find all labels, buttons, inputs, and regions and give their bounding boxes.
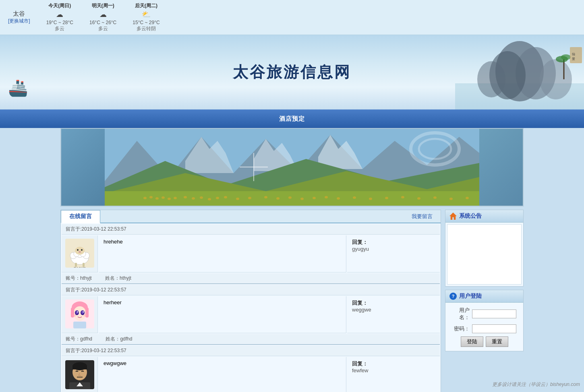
content-area: 在线留言 我要留言 留言于:2019-03-12 22:53:57 群众者们咯 [60, 210, 524, 392]
svg-point-30 [216, 197, 219, 199]
tab-bar: 在线留言 我要留言 [61, 210, 441, 223]
weather-city: 太谷 [更换城市] [8, 10, 30, 25]
main-nav: 首页旅游景点旅游新闻旅游心得酒店预定精选线路在线留言用户注册后台管理 [0, 109, 584, 128]
watermark: 更多设计请关注（毕设云）bisheyun.com [492, 381, 580, 388]
svg-point-43 [385, 197, 388, 199]
svg-point-60 [75, 247, 85, 255]
header-right-decoration: 仙 景 [455, 35, 584, 109]
boat-decoration: 🚢 [8, 78, 28, 97]
password-input[interactable] [472, 324, 516, 333]
message-body-row: 群众者们咯 hrehehe 回复： gyugyu [62, 235, 440, 272]
svg-point-34 [264, 196, 267, 198]
svg-point-26 [184, 196, 187, 198]
weather-bar: 太谷 [更换城市] 今天(周日) ☁ 19°C ~ 28°C 多云 明天(周一)… [0, 0, 584, 35]
svg-point-79 [83, 314, 87, 317]
message-body-row: ewgwgwe 回复： fewfew [62, 357, 440, 392]
message-text: ewgwgwe [99, 357, 346, 392]
svg-point-48 [466, 197, 469, 199]
tab-right-link[interactable]: 我要留言 [404, 210, 441, 223]
svg-text:仙: 仙 [572, 52, 575, 56]
message-list: 留言于:2019-03-12 22:53:57 群众者们咯 hrehehe 回复… [61, 223, 441, 392]
svg-point-25 [174, 197, 177, 199]
main-panel: 在线留言 我要留言 留言于:2019-03-12 22:53:57 群众者们咯 [60, 210, 441, 392]
svg-point-78 [72, 314, 76, 317]
svg-point-63 [79, 251, 81, 253]
login-buttons: 登陆 重置 [449, 336, 519, 347]
svg-point-33 [248, 197, 251, 199]
svg-point-45 [417, 197, 420, 200]
home-icon [449, 213, 457, 220]
svg-point-5 [477, 61, 505, 97]
svg-point-44 [401, 196, 404, 198]
svg-point-77 [83, 312, 84, 313]
nav-item[interactable]: 酒店预定 [270, 109, 314, 128]
svg-point-39 [325, 196, 328, 198]
login-form: 用户名： 密码： 登陆 重置 [445, 303, 523, 351]
right-sidebar: 系统公告 ? 用户登陆 用户名： 密码： [445, 210, 524, 392]
weather-day-item: 明天(周一) ☁ 16°C ~ 26°C 多云 [89, 2, 116, 32]
login-title: 用户登陆 [459, 293, 482, 300]
username-label: 用户名： [449, 307, 470, 321]
message-reply: 回复： weggwe [347, 296, 440, 333]
username-row: 用户名： [449, 307, 519, 321]
svg-point-46 [433, 196, 437, 199]
password-row: 密码： [449, 324, 519, 333]
banner-svg [61, 129, 523, 206]
announce-content [447, 224, 522, 285]
message-avatar: 群众者们咯 [62, 235, 98, 272]
reset-button[interactable]: 重置 [486, 336, 508, 347]
svg-point-61 [77, 249, 79, 251]
svg-point-29 [208, 198, 211, 200]
svg-point-31 [224, 196, 227, 198]
svg-point-40 [337, 197, 340, 200]
login-box-container: ? 用户登陆 用户名： 密码： 登陆 重置 [445, 290, 524, 351]
svg-point-42 [369, 198, 372, 200]
svg-point-28 [200, 196, 203, 199]
svg-rect-65 [83, 263, 85, 267]
svg-point-38 [313, 197, 316, 199]
weather-day-item: 后天(周二) ⛅ 15°C ~ 29°C 多云转阴 [133, 2, 159, 32]
weather-days: 今天(周日) ☁ 19°C ~ 28°C 多云 明天(周一) ☁ 16°C ~ … [46, 2, 160, 32]
message-footer-row: 账号：gdfhd 姓名：gdfhd [62, 334, 440, 345]
message-text: herheer [99, 296, 346, 333]
svg-rect-85 [72, 366, 87, 369]
svg-point-36 [288, 196, 292, 199]
message-body-row: herheer 回复： weggwe [62, 296, 440, 333]
svg-point-21 [149, 196, 153, 198]
announce-box: 系统公告 [445, 210, 524, 287]
city-change-link[interactable]: [更换城市] [8, 18, 30, 25]
question-icon: ? [449, 293, 457, 300]
message-avatar [62, 357, 98, 392]
svg-text:群众者们咯: 群众者们咯 [74, 267, 86, 268]
svg-point-23 [162, 196, 165, 199]
svg-text:景: 景 [572, 57, 575, 61]
hero-banner [60, 128, 524, 206]
tab-active[interactable]: 在线留言 [61, 210, 100, 223]
message-reply: 回复： fewfew [347, 357, 440, 392]
svg-point-22 [155, 197, 159, 200]
announce-title: 系统公告 [459, 213, 482, 220]
site-title: 太谷旅游信息网 [233, 62, 351, 83]
svg-point-8 [561, 54, 571, 60]
svg-point-47 [449, 198, 453, 200]
svg-point-27 [192, 197, 195, 200]
password-label: 密码： [449, 325, 470, 332]
svg-point-62 [81, 249, 83, 251]
svg-rect-19 [105, 191, 479, 206]
login-header: ? 用户登陆 [445, 290, 523, 303]
rocks-svg: 仙 景 [455, 35, 584, 109]
svg-rect-80 [73, 322, 86, 328]
svg-point-20 [143, 197, 147, 199]
svg-point-24 [168, 198, 171, 200]
announce-header: 系统公告 [445, 210, 523, 223]
username-input[interactable] [472, 309, 516, 318]
svg-point-35 [276, 197, 280, 200]
message-footer-row: 账号：hthyjt 姓名：hthyjt [62, 273, 440, 284]
svg-point-41 [353, 196, 356, 199]
weather-day-item: 今天(周日) ☁ 19°C ~ 28°C 多云 [46, 2, 73, 32]
message-text: hrehehe [99, 235, 346, 272]
message-header-row: 留言于:2019-03-12 22:53:57 [62, 224, 440, 235]
message-header-row: 留言于:2019-03-12 22:53:57 [62, 285, 440, 295]
svg-point-37 [300, 198, 304, 200]
login-button[interactable]: 登陆 [461, 336, 483, 347]
